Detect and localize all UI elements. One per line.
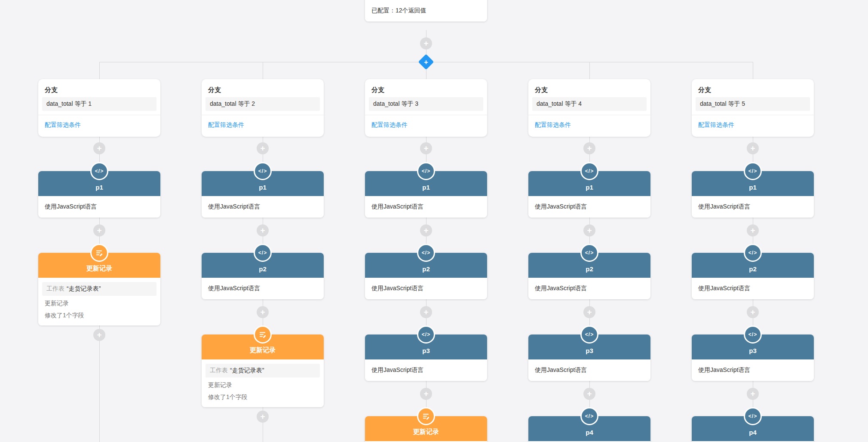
update-record-node[interactable]: 更新记录 工作表“走货记录表” 更新记录 修改了1个字段 [38, 244, 160, 325]
update-action-text: 更新记录 [45, 299, 154, 308]
add-node-button[interactable]: + [420, 306, 432, 318]
code-node[interactable]: </> p3 使用JavaScript语言 [528, 325, 650, 381]
worksheet-label: 工作表 [210, 367, 228, 374]
divider [692, 115, 814, 115]
plus-icon: + [423, 307, 428, 317]
add-node-button[interactable]: + [583, 388, 595, 400]
code-node[interactable]: </> p2 使用JavaScript语言 [202, 244, 324, 299]
webhook-status: 已配置：12个返回值 [365, 0, 487, 21]
plus-icon: + [260, 144, 265, 153]
code-node[interactable]: </> p2 使用JavaScript语言 [528, 244, 650, 299]
code-icon: </> [580, 244, 598, 262]
add-node-button[interactable]: + [93, 329, 105, 341]
plus-icon: + [423, 226, 428, 235]
branch-card[interactable]: 分支 data_total 等于 4 配置筛选条件 [528, 79, 650, 137]
code-node[interactable]: </> p1 使用JavaScript语言 [692, 162, 814, 218]
branch-condition: data_total 等于 1 [42, 97, 156, 111]
add-node-button[interactable]: + [747, 306, 759, 318]
add-node-button[interactable]: + [747, 388, 759, 400]
divider [365, 115, 487, 115]
node-description: 使用JavaScript语言 [692, 278, 814, 299]
code-icon: </> [744, 325, 762, 344]
code-icon: </> [580, 407, 598, 425]
branch-title: 分支 [45, 85, 154, 95]
add-node-button[interactable]: + [257, 411, 269, 423]
plus-icon: + [587, 307, 592, 317]
code-icon: </> [580, 162, 598, 180]
node-details: 工作表“走货记录表” 更新记录 修改了1个字段 [202, 359, 324, 407]
update-record-icon [254, 325, 272, 344]
branch-card[interactable]: 分支 data_total 等于 5 配置筛选条件 [692, 79, 814, 137]
configure-filter-link[interactable]: 配置筛选条件 [535, 120, 571, 129]
add-node-button[interactable]: + [747, 142, 759, 154]
add-node-button[interactable]: + [420, 224, 432, 236]
configure-filter-link[interactable]: 配置筛选条件 [698, 120, 734, 129]
branch-card[interactable]: 分支 data_total 等于 3 配置筛选条件 [365, 79, 487, 137]
update-record-node[interactable]: 更新记录 工作表“走货记录表” 更新记录 修改了1个字段 [202, 325, 324, 407]
webhook-node[interactable]: Webhook 已配置：12个返回值 [365, 0, 487, 21]
add-node-button[interactable]: + [420, 388, 432, 400]
branch-card[interactable]: 分支 data_total 等于 1 配置筛选条件 [38, 79, 160, 137]
code-node[interactable]: </> p1 使用JavaScript语言 [365, 162, 487, 218]
code-node[interactable]: </> p1 使用JavaScript语言 [202, 162, 324, 218]
configure-filter-link[interactable]: 配置筛选条件 [45, 120, 81, 129]
update-fields-text: 修改了1个字段 [45, 311, 154, 320]
add-node-button[interactable]: + [420, 142, 432, 154]
configure-filter-link[interactable]: 配置筛选条件 [208, 120, 244, 129]
code-node[interactable]: </> p1 使用JavaScript语言 [38, 162, 160, 218]
node-description: 使用JavaScript语言 [202, 196, 324, 218]
divider [528, 115, 650, 115]
plus-icon: + [97, 226, 101, 235]
update-record-icon [417, 407, 435, 425]
code-icon: </> [744, 162, 762, 180]
code-node[interactable]: </> p1 使用JavaScript语言 [528, 162, 650, 218]
node-description: 使用JavaScript语言 [528, 278, 650, 299]
plus-icon: + [423, 39, 428, 48]
code-icon: </> [417, 162, 435, 180]
plus-icon: + [423, 389, 428, 399]
code-icon: </> [254, 162, 272, 180]
worksheet-name: “走货记录表” [67, 285, 101, 293]
plus-icon: + [97, 330, 101, 340]
add-node-button[interactable]: + [257, 306, 269, 318]
node-description: 使用JavaScript语言 [365, 196, 487, 218]
add-node-button[interactable]: + [583, 142, 595, 154]
branch-title: 分支 [535, 85, 644, 95]
code-node[interactable]: </> p4 使用JavaScript语言 [528, 407, 650, 442]
add-node-button[interactable]: + [257, 142, 269, 154]
workflow-canvas: Webhook 已配置：12个返回值 + + 分支 data_total 等于 … [0, 0, 868, 442]
add-node-button[interactable]: + [257, 224, 269, 236]
branch-condition: data_total 等于 5 [696, 97, 810, 111]
node-description: 使用JavaScript语言 [692, 196, 814, 218]
plus-icon: + [750, 226, 755, 235]
code-icon: </> [580, 325, 598, 344]
plus-icon: + [423, 144, 428, 153]
add-branch-button[interactable]: + [418, 54, 434, 70]
code-node[interactable]: </> p2 使用JavaScript语言 [692, 244, 814, 299]
code-icon: </> [744, 407, 762, 425]
code-node[interactable]: </> p2 使用JavaScript语言 [365, 244, 487, 299]
node-description: 使用JavaScript语言 [692, 359, 814, 381]
add-node-button[interactable]: + [93, 142, 105, 154]
plus-icon: + [750, 307, 755, 317]
plus-icon: + [587, 226, 592, 235]
add-node-button[interactable]: + [583, 224, 595, 236]
update-record-node[interactable]: 更新记录 工作表“走货记录表” 更新记录 修改了1个字段 [365, 407, 487, 442]
add-node-button[interactable]: + [420, 37, 432, 49]
code-icon: </> [254, 244, 272, 262]
branch-card[interactable]: 分支 data_total 等于 2 配置筛选条件 [202, 79, 324, 137]
configure-filter-link[interactable]: 配置筛选条件 [371, 120, 408, 129]
code-node[interactable]: </> p4 使用JavaScript语言 [692, 407, 814, 442]
add-node-button[interactable]: + [93, 224, 105, 236]
branch-condition: data_total 等于 2 [205, 97, 320, 111]
node-description: 使用JavaScript语言 [365, 359, 487, 381]
node-description: 使用JavaScript语言 [528, 196, 650, 218]
branch-title: 分支 [371, 85, 481, 95]
node-description: 使用JavaScript语言 [528, 359, 650, 381]
add-node-button[interactable]: + [583, 306, 595, 318]
plus-icon: + [750, 389, 755, 399]
add-node-button[interactable]: + [747, 224, 759, 236]
code-node[interactable]: </> p3 使用JavaScript语言 [692, 325, 814, 381]
code-node[interactable]: </> p3 使用JavaScript语言 [365, 325, 487, 381]
node-description: 使用JavaScript语言 [365, 278, 487, 299]
